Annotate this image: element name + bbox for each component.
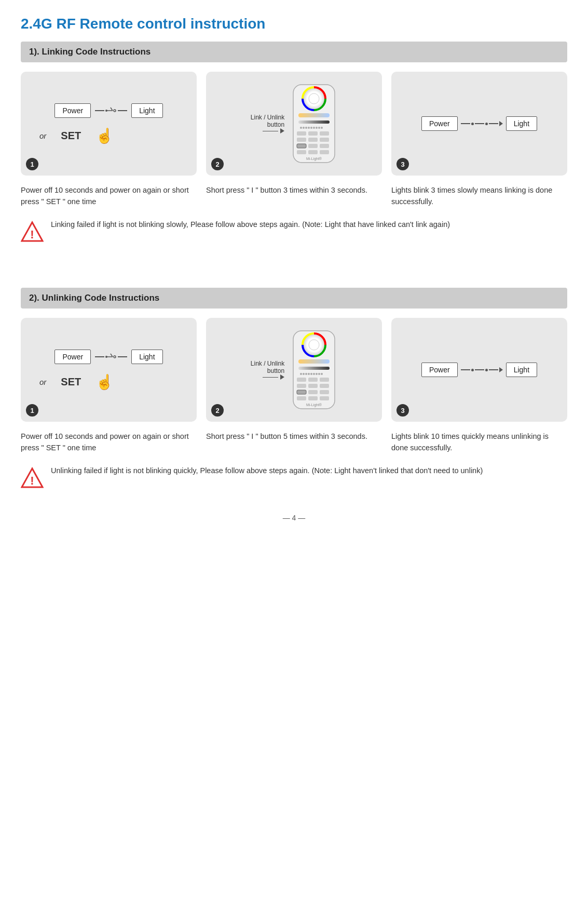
section1-d3-inner: Power Light (421, 116, 537, 131)
section1-d2-label: Link / Unlink button (251, 114, 284, 133)
svg-point-43 (309, 340, 319, 350)
section1-desc3: Lights blink 3 times slowly means linkin… (391, 185, 567, 208)
section1-d1-or: or (39, 131, 46, 140)
svg-rect-44 (298, 359, 330, 364)
section1-d1-set: SET (61, 130, 81, 142)
svg-point-48 (305, 373, 307, 375)
svg-rect-25 (320, 138, 329, 142)
svg-rect-62 (308, 390, 318, 394)
section1-diagram2: Link / Unlink button (206, 72, 382, 176)
section2-desc2: Short press " I " button 5 times within … (206, 431, 382, 454)
svg-point-18 (318, 127, 320, 129)
section1-d1-hand-icon: ☝ (95, 127, 114, 144)
section1-d2-remote-svg: Mi-Light® (291, 82, 337, 165)
svg-point-12 (303, 127, 305, 129)
section2-d2-button-label: button (267, 367, 284, 374)
svg-rect-24 (308, 138, 318, 142)
section1-diagram1: Power Light or SET ☝ 1 (21, 72, 197, 176)
section2-diagram3: Power Light 3 (391, 318, 567, 422)
section1-d3-wrap: Power Light (400, 80, 559, 167)
section2-d3-light: Light (506, 363, 537, 377)
svg-marker-4 (280, 128, 284, 133)
section1-d1-light: Light (131, 103, 162, 118)
svg-rect-30 (308, 150, 318, 154)
svg-point-53 (318, 373, 320, 375)
svg-point-15 (310, 127, 312, 129)
svg-rect-20 (297, 131, 306, 136)
section1-d1-connector (95, 106, 127, 115)
svg-rect-66 (320, 396, 329, 400)
section2-d2-remote-svg: Mi-Light® (291, 328, 337, 411)
svg-rect-64 (297, 396, 306, 400)
section1-warning-icon: ! (21, 220, 44, 247)
section1-descriptions-row: Power off 10 seconds and power on again … (21, 185, 567, 208)
section2-step1-badge: 1 (26, 404, 38, 417)
section2-diagram1: Power Light or SET ☝ 1 (21, 318, 197, 422)
svg-rect-58 (297, 384, 306, 388)
section2-warning-text: Unlinking failed if light is not blinkin… (51, 465, 483, 477)
svg-point-38 (114, 356, 116, 358)
section2-descriptions-row: Power off 10 seconds and power on again … (21, 431, 567, 454)
section2-d3-inner: Power Light (421, 363, 537, 377)
section2-d1-power: Power (54, 350, 91, 364)
svg-rect-10 (298, 120, 330, 124)
page-title: 2.4G RF Remote control instruction (21, 16, 567, 32)
section2-d3-wrap: Power Light (400, 326, 559, 413)
svg-rect-65 (308, 396, 318, 400)
svg-rect-21 (308, 131, 318, 136)
svg-point-11 (300, 127, 302, 129)
section1-d3-line (461, 121, 503, 126)
section1-step3-badge: 3 (396, 158, 409, 170)
section1-d2-arrow (263, 128, 284, 133)
section2-d1-light: Light (131, 350, 162, 364)
svg-point-49 (308, 373, 310, 375)
svg-point-47 (303, 373, 305, 375)
svg-rect-22 (320, 131, 329, 136)
section1-d3-power: Power (421, 116, 458, 131)
svg-text:!: ! (30, 474, 34, 487)
svg-text:Mi-Light®: Mi-Light® (306, 157, 322, 161)
svg-point-51 (313, 373, 315, 375)
section2-d3-line (461, 367, 503, 372)
svg-rect-9 (298, 113, 330, 117)
section2-desc1: Power off 10 seconds and power on again … (21, 431, 197, 454)
section1-diagram3: Power Light 3 (391, 72, 567, 176)
svg-point-2 (105, 110, 107, 112)
svg-rect-61 (297, 390, 306, 394)
svg-point-3 (114, 110, 116, 112)
section1-desc2: Short press " I " button 3 times within … (206, 185, 382, 208)
section2-d1-or: or (39, 378, 46, 386)
section2-diagram2: Link / Unlink button (206, 318, 382, 422)
section1-warning-text: Linking failed if light is not blinking … (51, 219, 450, 231)
section1-step1-badge: 1 (26, 158, 38, 170)
section2-d3-power: Power (421, 363, 458, 377)
section2-warning-box: ! Unlinking failed if light is not blink… (21, 465, 567, 493)
section1-diagrams-row: Power Light or SET ☝ 1 (21, 72, 567, 176)
svg-point-37 (105, 356, 107, 358)
svg-rect-31 (320, 150, 329, 154)
svg-rect-26 (297, 144, 306, 148)
svg-point-52 (316, 373, 318, 375)
page-footer: — 4 — (21, 514, 567, 522)
section1-d2-remote-container: Link / Unlink button (251, 82, 337, 165)
svg-point-19 (321, 127, 323, 129)
section2-d2-arrow (263, 374, 284, 380)
svg-rect-23 (297, 138, 306, 142)
svg-rect-28 (320, 144, 329, 148)
section1-header: 1). Linking Code Instructions (21, 42, 567, 62)
section2-warning-icon: ! (21, 466, 44, 493)
section1-d2-link-label: Link / Unlink (251, 114, 284, 121)
section1-d2-button-label: button (267, 121, 284, 128)
svg-text:Mi-Light®: Mi-Light® (306, 403, 322, 407)
svg-point-54 (321, 373, 323, 375)
section1-d3-light: Light (506, 116, 537, 131)
section1-step2-badge: 2 (211, 158, 224, 170)
svg-point-50 (310, 373, 312, 375)
svg-rect-60 (320, 384, 329, 388)
section2-d2-remote-container: Link / Unlink button (251, 328, 337, 411)
svg-line-1 (111, 108, 113, 111)
svg-rect-56 (308, 378, 318, 382)
svg-text:!: ! (30, 228, 34, 241)
section2-d1-connector (95, 352, 127, 361)
svg-marker-39 (280, 374, 284, 380)
